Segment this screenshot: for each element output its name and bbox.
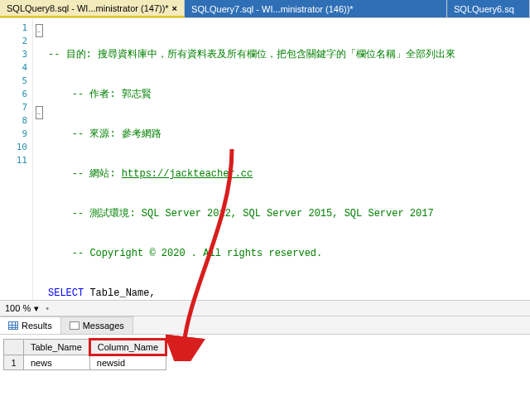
zoom-value: 100 %: [5, 303, 31, 313]
results-grid[interactable]: Table_Name Column_Name 1 news newsid: [3, 338, 167, 370]
comment-line: -- 網站:: [72, 168, 122, 180]
comment-line: -- 測試環境: SQL Server 2012, SQL Server 201…: [72, 208, 434, 220]
comment-line: -- 目的: 搜尋資料庫中，所有資料表及所有欄位，把包含關鍵字的「欄位名稱」全部…: [48, 49, 455, 60]
code-editor[interactable]: 1 2 3 4 5 6 7 8 9 10 11 – – -- 目的: 搜尋資料庫…: [0, 18, 530, 300]
zoom-control[interactable]: 100 % ▾ •: [0, 300, 530, 316]
tab-label: SQLQuery6.sq: [454, 4, 514, 14]
grid-icon: [8, 321, 18, 330]
results-tabbar: Results Messages: [0, 316, 530, 335]
cell-column-name: newsid: [89, 355, 166, 370]
results-grid-wrap: Table_Name Column_Name 1 news newsid: [0, 335, 530, 370]
tab-file-3[interactable]: SQLQuery6.sq: [447, 0, 530, 17]
tab-label: Results: [22, 321, 52, 331]
table-header-row: Table_Name Column_Name: [4, 340, 166, 355]
table-row[interactable]: 1 news newsid: [4, 355, 166, 370]
comment-line: -- 作者: 郭志賢: [72, 89, 152, 100]
tab-label: Messages: [83, 321, 124, 331]
tab-file-2[interactable]: SQLQuery7.sql - WI...ministrator (146))*: [185, 0, 447, 17]
fold-gutter: – –: [33, 18, 45, 300]
comment-line: -- Copyright © 2020 . All rights reserve…: [72, 248, 322, 259]
line-number-gutter: 1 2 3 4 5 6 7 8 9 10 11: [0, 18, 33, 300]
row-header-blank: [4, 340, 24, 355]
tab-results[interactable]: Results: [0, 316, 61, 334]
file-tabs: SQLQuery8.sql - WI...ministrator (147))*…: [0, 0, 530, 18]
row-number: 1: [4, 355, 24, 370]
keyword: SELECT: [48, 287, 84, 299]
tab-label: SQLQuery8.sql - WI...ministrator (147))*: [7, 3, 169, 13]
url-link[interactable]: https://jackteacher.cc: [122, 168, 253, 180]
tab-label: SQLQuery7.sql - WI...ministrator (146))*: [191, 4, 354, 14]
close-icon[interactable]: ×: [172, 3, 177, 13]
comment-line: -- 來源: 參考網路: [72, 128, 161, 140]
code-area[interactable]: -- 目的: 搜尋資料庫中，所有資料表及所有欄位，把包含關鍵字的「欄位名稱」全部…: [45, 18, 530, 300]
tab-file-1[interactable]: SQLQuery8.sql - WI...ministrator (147))*…: [0, 0, 185, 17]
fold-toggle-icon[interactable]: –: [36, 106, 43, 119]
col-header-column-name[interactable]: Column_Name: [89, 340, 166, 355]
col-header-table-name[interactable]: Table_Name: [24, 340, 90, 355]
message-icon: [70, 321, 80, 330]
cell-table-name: news: [24, 355, 90, 370]
fold-toggle-icon[interactable]: –: [36, 24, 43, 37]
chevron-down-icon[interactable]: ▾: [34, 303, 39, 314]
tab-messages[interactable]: Messages: [61, 316, 133, 334]
